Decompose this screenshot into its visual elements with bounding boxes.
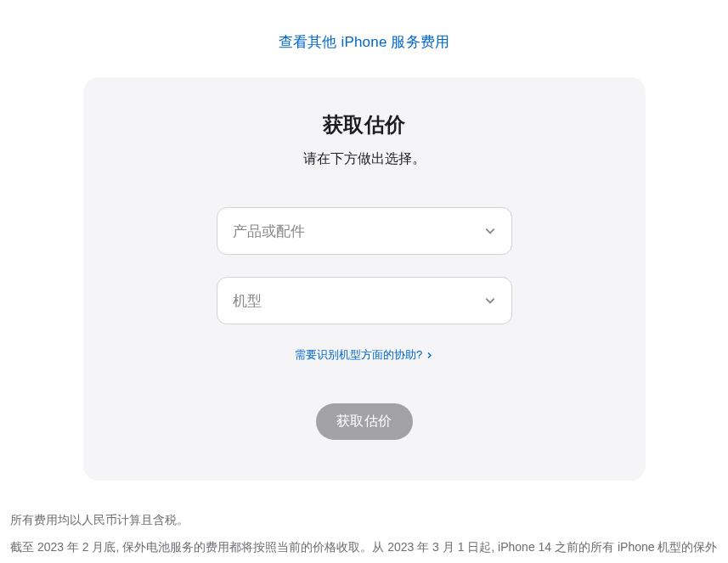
other-services-link[interactable]: 查看其他 iPhone 服务费用 — [279, 34, 450, 50]
get-estimate-button[interactable]: 获取估价 — [316, 403, 413, 440]
card-title: 获取估价 — [109, 111, 620, 138]
footer-notes: 所有费用均以人民币计算且含税。 截至 2023 年 2 月底, 保外电池服务的费… — [0, 481, 728, 563]
card-subtitle: 请在下方做出选择。 — [109, 150, 620, 168]
footer-line1: 所有费用均以人民币计算且含税。 — [10, 506, 718, 533]
footer-line2: 截至 2023 年 2 月底, 保外电池服务的费用都将按照当前的价格收取。从 2… — [10, 533, 718, 563]
model-select-label: 机型 — [233, 291, 262, 311]
chevron-down-icon — [484, 295, 496, 307]
help-link-label: 需要识别机型方面的协助? — [295, 347, 422, 363]
product-select-label: 产品或配件 — [233, 222, 305, 241]
estimate-card: 获取估价 请在下方做出选择。 产品或配件 机型 需要识别机型方面的协助? 获取估… — [83, 77, 646, 481]
product-select[interactable]: 产品或配件 — [217, 207, 512, 255]
top-link-container: 查看其他 iPhone 服务费用 — [0, 32, 728, 52]
chevron-right-icon — [426, 352, 433, 359]
chevron-down-icon — [484, 225, 496, 237]
model-select[interactable]: 机型 — [217, 277, 512, 324]
button-row: 获取估价 — [109, 403, 620, 440]
identify-model-help-link[interactable]: 需要识别机型方面的协助? — [295, 347, 433, 363]
footer-line2-part1: 截至 2023 年 2 月底, 保外电池服务的费用都将按照当前的价格收取。从 2… — [10, 540, 717, 563]
